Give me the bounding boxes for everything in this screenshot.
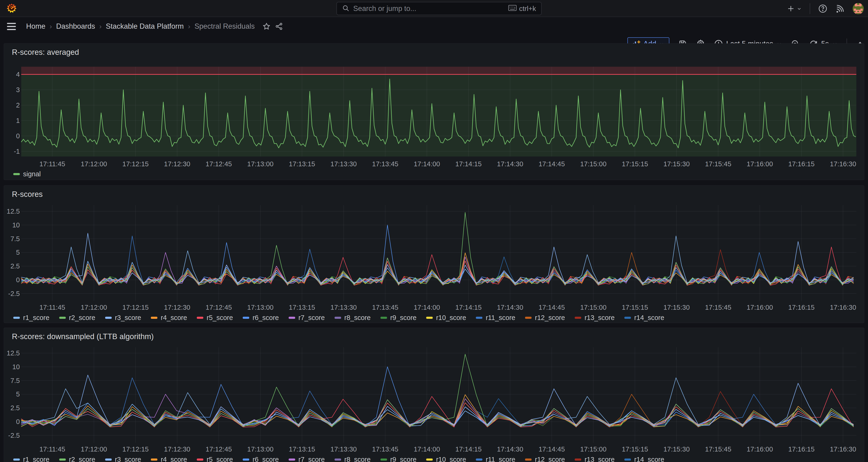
x-tick-label: 17:16:15: [788, 160, 815, 168]
legend: r1_scorer2_scorer3_scorer4_scorer5_score…: [13, 456, 664, 462]
legend-item-r10_score[interactable]: r10_score: [426, 456, 466, 462]
legend-item-r1_score[interactable]: r1_score: [13, 456, 50, 462]
legend-item-r6_score[interactable]: r6_score: [243, 314, 279, 321]
legend-item-r5_score[interactable]: r5_score: [197, 456, 233, 462]
plot-area[interactable]: [4, 186, 865, 323]
x-tick-label: 17:13:30: [330, 304, 357, 311]
series-line-r2_score: [21, 212, 854, 285]
y-tick-label: 12.5: [1, 349, 20, 357]
menu-toggle-button[interactable]: [7, 23, 16, 30]
x-tick-label: 17:16:00: [747, 445, 773, 453]
x-tick-label: 17:12:45: [206, 304, 232, 311]
help-button[interactable]: [818, 4, 828, 13]
legend-color-marker: [13, 459, 20, 461]
legend-item-r10_score[interactable]: r10_score: [426, 314, 466, 321]
legend-item-r5_score[interactable]: r5_score: [197, 314, 233, 321]
x-tick-label: 17:13:30: [330, 445, 357, 453]
legend-item-r3_score[interactable]: r3_score: [105, 456, 141, 462]
legend-label: r2_score: [69, 456, 95, 462]
legend-label: r6_score: [252, 314, 279, 321]
legend-item-r4_score[interactable]: r4_score: [151, 456, 187, 462]
plot-area[interactable]: [4, 43, 865, 180]
grafana-logo[interactable]: [6, 3, 17, 14]
search-icon: [342, 4, 349, 13]
y-tick-label: 1: [1, 117, 20, 125]
legend-item-r13_score[interactable]: r13_score: [575, 456, 615, 462]
legend-color-marker: [624, 317, 631, 319]
y-tick-label: 10: [1, 221, 20, 229]
legend-item-r12_score[interactable]: r12_score: [525, 314, 565, 321]
x-tick-label: 17:15:15: [622, 304, 648, 311]
y-tick-label: -2.5: [1, 431, 20, 439]
breadcrumb-dashboards[interactable]: Dashboards: [56, 22, 95, 31]
x-tick-label: 17:14:45: [538, 160, 565, 168]
legend-label: r4_score: [161, 314, 187, 321]
share-icon: [275, 22, 283, 31]
breadcrumb-folder[interactable]: Stackable Data Platform: [106, 22, 184, 31]
legend-item-r1_score[interactable]: r1_score: [13, 314, 50, 321]
breadcrumb-home[interactable]: Home: [26, 22, 45, 31]
legend-item-r11_score[interactable]: r11_score: [476, 456, 515, 462]
help-icon: [818, 4, 828, 13]
legend-color-marker: [105, 317, 112, 319]
x-tick-label: 17:14:15: [455, 304, 482, 311]
search-input[interactable]: Search or jump to... ctrl+k: [336, 2, 541, 15]
new-menu-button[interactable]: [787, 5, 802, 12]
legend-label: r14_score: [634, 456, 664, 462]
legend-item-r12_score[interactable]: r12_score: [525, 456, 565, 462]
legend-label: r1_score: [23, 456, 50, 462]
legend-label: r7_score: [299, 456, 325, 462]
legend-item-r9_score[interactable]: r9_score: [380, 314, 416, 321]
legend-item-r3_score[interactable]: r3_score: [105, 314, 141, 321]
x-tick-label: 17:13:15: [289, 160, 315, 168]
legend-item-r7_score[interactable]: r7_score: [289, 314, 325, 321]
search-shortcut-label: ctrl+k: [519, 5, 536, 12]
y-tick-label: 2: [1, 101, 20, 109]
legend-color-marker: [243, 459, 249, 461]
x-tick-label: 17:15:15: [622, 160, 648, 168]
legend-item-r2_score[interactable]: r2_score: [59, 456, 95, 462]
y-tick-label: 10: [1, 363, 20, 371]
news-button[interactable]: [835, 4, 845, 13]
legend-item-r8_score[interactable]: r8_score: [335, 456, 371, 462]
legend-label: r2_score: [69, 314, 95, 321]
legend-color-marker: [59, 317, 66, 319]
legend-color-marker: [525, 459, 532, 461]
series-line-r1_score: [21, 378, 854, 425]
legend-item-r7_score[interactable]: r7_score: [289, 456, 325, 462]
panel-r-scores-downsampled: R-scores: downsampled (LTTB algorithm) 1…: [4, 328, 864, 462]
breadcrumb-separator-icon: ›: [188, 22, 190, 30]
legend-item-r11_score[interactable]: r11_score: [476, 314, 515, 321]
x-tick-label: 17:13:00: [247, 160, 274, 168]
legend-item-r6_score[interactable]: r6_score: [243, 456, 279, 462]
legend-label: r12_score: [535, 314, 565, 321]
legend-item-signal[interactable]: signal: [13, 170, 41, 178]
x-tick-label: 17:16:15: [788, 304, 815, 311]
panel-r-scores-averaged: R-scores: averaged 43210-117:11:4517:12:…: [4, 43, 864, 180]
legend-item-r2_score[interactable]: r2_score: [59, 314, 95, 321]
legend-item-r4_score[interactable]: r4_score: [151, 314, 187, 321]
favorite-star-button[interactable]: [262, 22, 271, 31]
legend-color-marker: [575, 459, 581, 461]
breadcrumb-separator-icon: ›: [50, 22, 52, 30]
search-placeholder: Search or jump to...: [353, 4, 508, 13]
legend-label: r9_score: [390, 456, 416, 462]
legend-item-r9_score[interactable]: r9_score: [380, 456, 416, 462]
x-tick-label: 17:14:00: [413, 160, 440, 168]
user-avatar[interactable]: [852, 3, 864, 14]
legend-item-r14_score[interactable]: r14_score: [624, 314, 664, 321]
legend-item-r13_score[interactable]: r13_score: [575, 314, 615, 321]
x-tick-label: 17:15:30: [663, 445, 690, 453]
legend-color-marker: [151, 317, 157, 319]
y-tick-label: 7.5: [1, 235, 20, 243]
x-tick-label: 17:13:00: [247, 445, 274, 453]
x-tick-label: 17:15:15: [622, 445, 648, 453]
plot-area[interactable]: [4, 328, 865, 462]
legend-item-r14_score[interactable]: r14_score: [624, 456, 664, 462]
share-button[interactable]: [275, 22, 283, 31]
legend-color-marker: [13, 317, 20, 319]
x-tick-label: 17:15:45: [705, 445, 732, 453]
legend-item-r8_score[interactable]: r8_score: [335, 314, 371, 321]
legend-label: r11_score: [486, 314, 515, 321]
x-tick-label: 17:14:00: [413, 445, 440, 453]
